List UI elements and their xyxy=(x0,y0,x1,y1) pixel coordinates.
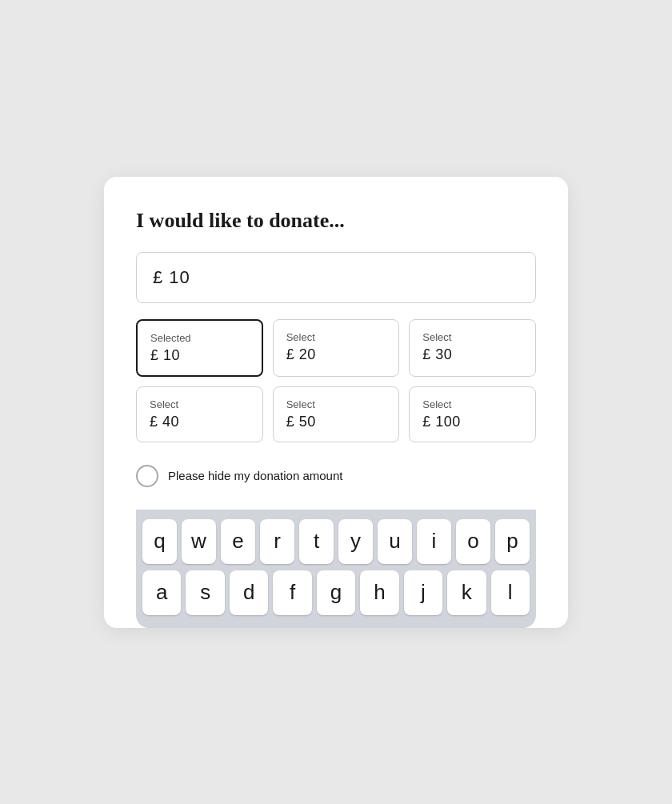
key-e[interactable]: e xyxy=(221,519,255,564)
key-g[interactable]: g xyxy=(317,570,355,615)
key-t[interactable]: t xyxy=(299,519,334,564)
key-i[interactable]: i xyxy=(417,519,451,564)
donation-card: I would like to donate... £ 10 Selected£… xyxy=(104,177,568,628)
key-o[interactable]: o xyxy=(456,519,490,564)
key-u[interactable]: u xyxy=(378,519,412,564)
donation-option-opt-30[interactable]: Select£ 30 xyxy=(409,319,536,377)
page-title: I would like to donate... xyxy=(136,209,536,233)
key-y[interactable]: y xyxy=(338,519,373,564)
option-amount: £ 100 xyxy=(422,414,522,430)
key-h[interactable]: h xyxy=(360,570,398,615)
keyboard: qwertyuiop asdfghjkl xyxy=(136,510,536,628)
key-a[interactable]: a xyxy=(142,570,181,615)
option-label: Select xyxy=(422,398,522,410)
key-d[interactable]: d xyxy=(230,570,268,615)
hide-amount-radio[interactable] xyxy=(136,465,158,487)
donation-option-opt-40[interactable]: Select£ 40 xyxy=(136,386,263,442)
option-label: Select xyxy=(422,331,522,343)
option-amount: £ 40 xyxy=(150,414,250,430)
key-w[interactable]: w xyxy=(182,519,216,564)
option-label: Select xyxy=(150,398,250,410)
option-label: Selected xyxy=(150,332,249,344)
option-amount: £ 50 xyxy=(286,414,386,430)
donation-option-opt-20[interactable]: Select£ 20 xyxy=(273,319,400,377)
amount-value: £ 10 xyxy=(153,267,190,288)
option-amount: £ 30 xyxy=(422,346,522,363)
donation-option-opt-50[interactable]: Select£ 50 xyxy=(273,386,400,442)
key-f[interactable]: f xyxy=(273,570,311,615)
key-l[interactable]: l xyxy=(491,570,530,615)
keyboard-row-2: asdfghjkl xyxy=(142,570,530,615)
keyboard-row-1: qwertyuiop xyxy=(142,519,530,564)
hide-amount-label: Please hide my donation amount xyxy=(168,469,342,482)
hide-amount-row: Please hide my donation amount xyxy=(136,465,536,487)
donation-option-opt-100[interactable]: Select£ 100 xyxy=(409,386,536,442)
key-k[interactable]: k xyxy=(447,570,486,615)
option-amount: £ 10 xyxy=(150,347,249,364)
donation-options-grid: Selected£ 10Select£ 20Select£ 30Select£ … xyxy=(136,319,536,442)
key-p[interactable]: p xyxy=(495,519,530,564)
amount-input-display[interactable]: £ 10 xyxy=(136,252,536,303)
key-j[interactable]: j xyxy=(404,570,442,615)
donation-option-opt-10[interactable]: Selected£ 10 xyxy=(136,319,263,377)
key-s[interactable]: s xyxy=(186,570,224,615)
option-label: Select xyxy=(286,331,386,343)
key-r[interactable]: r xyxy=(260,519,294,564)
option-label: Select xyxy=(286,398,386,410)
key-q[interactable]: q xyxy=(142,519,177,564)
option-amount: £ 20 xyxy=(286,346,386,363)
